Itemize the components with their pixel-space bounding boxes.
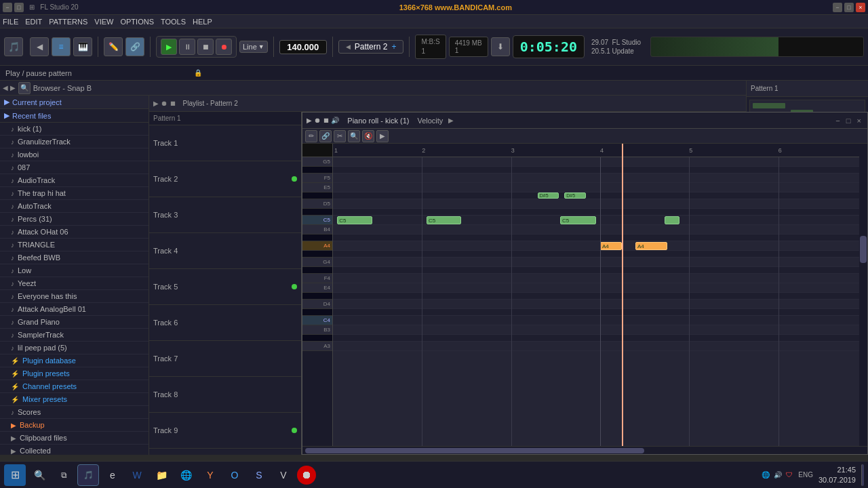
key-c5[interactable]: C5	[302, 216, 332, 225]
pr-controls[interactable]: ▶ ⏺ ⏹ 🔊	[307, 117, 339, 124]
pr-draw[interactable]: ✏	[305, 130, 317, 142]
key-g5[interactable]: G5	[302, 157, 332, 167]
taskbar-app2[interactable]: O	[224, 464, 245, 486]
tool-select[interactable]: 🔗	[125, 37, 144, 56]
record-button[interactable]: ⏺	[216, 39, 232, 55]
playlist-controls[interactable]: ▶ ⏺ ⏹	[153, 100, 176, 107]
menu-view[interactable]: VIEW	[94, 18, 113, 26]
win-maximize[interactable]: □	[844, 3, 854, 12]
taskbar-app1[interactable]: Y	[199, 464, 221, 486]
note-ds5-2[interactable]: D#5	[564, 192, 586, 199]
track-label-1[interactable]: Track 1	[149, 125, 301, 161]
note-c5-1[interactable]: C5	[337, 216, 372, 224]
sidebar-item-low[interactable]: ♪ Low	[0, 264, 149, 277]
sidebar-item-kick[interactable]: ♪ kick (1)	[0, 123, 149, 136]
sidebar-item-087[interactable]: ♪ 087	[0, 161, 149, 174]
sidebar-item-yeezt[interactable]: ♪ Yeezt	[0, 277, 149, 290]
menu-patterns[interactable]: PATTERNS	[49, 18, 87, 26]
search-taskbar[interactable]: 🔍	[28, 464, 50, 486]
pr-scrollbar-v[interactable]	[859, 144, 867, 446]
menu-help[interactable]: HELP	[193, 18, 212, 26]
sidebar-item-sampler[interactable]: ♪ SamplerTrack	[0, 329, 149, 342]
line-dropdown[interactable]: Line ▼	[239, 41, 268, 53]
pr-close[interactable]: ×	[857, 117, 861, 125]
note-c5-3[interactable]: C5	[560, 216, 596, 224]
nav-piano-roll[interactable]: 🎹	[73, 37, 92, 56]
velocity-label[interactable]: Velocity	[417, 117, 443, 125]
key-fs5[interactable]	[302, 167, 332, 174]
nav-back[interactable]: ◀	[30, 37, 49, 56]
key-g4[interactable]: G4	[302, 258, 332, 267]
key-f4[interactable]: F4	[302, 274, 332, 283]
sidebar-scores[interactable]: ♪ Scores	[0, 406, 149, 419]
sidebar-clipboard[interactable]: ▶ Clipboard files	[0, 432, 149, 445]
task-view[interactable]: ⧉	[53, 464, 75, 486]
menu-options[interactable]: OPTIONS	[120, 18, 154, 26]
taskbar-explorer[interactable]: 📁	[151, 464, 172, 486]
maximize-button[interactable]: □	[14, 3, 24, 12]
key-f5[interactable]: F5	[302, 174, 332, 183]
track-label-4[interactable]: Track 4	[149, 233, 301, 269]
key-b3[interactable]: B3	[302, 325, 332, 335]
tool-draw[interactable]: ✏️	[104, 37, 123, 56]
note-a4-1[interactable]: A4	[600, 242, 622, 250]
taskbar-record[interactable]: ⏺	[297, 466, 316, 485]
pr-scrollbar-h[interactable]	[302, 446, 867, 454]
pr-scrollbar-thumb[interactable]	[860, 236, 867, 263]
key-cs4[interactable]	[302, 309, 332, 316]
taskbar-chrome[interactable]: 🌐	[175, 464, 197, 486]
pr-mute[interactable]: 🔇	[362, 130, 374, 142]
track-label-2[interactable]: Track 2	[149, 161, 301, 197]
taskbar-app3[interactable]: S	[248, 464, 270, 486]
browser-snap[interactable]: 🔍	[18, 82, 31, 94]
track-label-6[interactable]: Track 6	[149, 305, 301, 341]
sidebar-current-project[interactable]: ▶ Current project	[0, 96, 149, 109]
key-d5[interactable]: D5	[302, 199, 332, 209]
sidebar-item-attack-analog[interactable]: ♪ Attack AnalogBell 01	[0, 303, 149, 316]
key-ds4[interactable]	[302, 293, 332, 300]
pr-select[interactable]: 🔗	[319, 130, 332, 142]
sidebar-item-percs[interactable]: ♪ Percs (31)	[0, 213, 149, 226]
pr-erase[interactable]: ✂	[334, 130, 346, 142]
key-fs4[interactable]	[302, 267, 332, 274]
key-a3[interactable]: A3	[302, 342, 332, 351]
key-ds5[interactable]	[302, 192, 332, 199]
sidebar-recent-files[interactable]: ▶ Recent files	[0, 109, 149, 123]
sidebar-item-granulizer[interactable]: ♪ GranulizerTrack	[0, 136, 149, 148]
track-label-10[interactable]: Track 10	[149, 449, 301, 455]
pattern-add[interactable]: +	[391, 42, 396, 52]
pr-minimize[interactable]: −	[835, 117, 840, 125]
key-c4[interactable]: C4	[302, 316, 332, 325]
key-as3[interactable]	[302, 335, 332, 342]
sidebar-item-grand-piano[interactable]: ♪ Grand Piano	[0, 316, 149, 329]
sidebar-plugin-presets[interactable]: ⚡ Plugin presets	[0, 367, 149, 380]
key-e5[interactable]: E5	[302, 183, 332, 192]
sidebar-plugin-db[interactable]: ⚡ Plugin database	[0, 354, 149, 367]
nav-playlist[interactable]: ≡	[52, 37, 71, 56]
sidebar-channel-presets[interactable]: ⚡ Channel presets	[0, 380, 149, 393]
sidebar-item-lil-peep[interactable]: ♪ lil peep pad (5)	[0, 342, 149, 354]
track-label-8[interactable]: Track 8	[149, 377, 301, 413]
key-a4[interactable]: A4	[302, 241, 332, 251]
menu-edit[interactable]: EDIT	[25, 18, 42, 26]
sidebar-collected[interactable]: ▶ Collected	[0, 445, 149, 455]
sidebar-item-audiotrack[interactable]: ♪ AudioTrack	[0, 174, 149, 187]
network-icon[interactable]: 🌐	[762, 471, 770, 479]
taskbar-app4[interactable]: V	[273, 464, 294, 486]
note-c5-2[interactable]: C5	[427, 216, 461, 224]
sidebar-backup[interactable]: ▶ Backup	[0, 419, 149, 432]
taskbar-ie[interactable]: e	[102, 464, 123, 486]
note-ds5-1[interactable]: D#5	[538, 192, 559, 199]
piano-grid[interactable]: 1 2 3 4 5 6	[333, 144, 867, 446]
sidebar-item-beefed[interactable]: ♪ Beefed BWB	[0, 251, 149, 264]
track-label-5[interactable]: Track 5	[149, 269, 301, 305]
pattern-selector[interactable]: ◀ Pattern 2 +	[338, 40, 404, 54]
note-c5-4[interactable]	[665, 216, 679, 224]
taskbar-fl[interactable]: 🎵	[77, 464, 99, 486]
antivirus-icon[interactable]: 🛡	[786, 471, 793, 479]
pr-play[interactable]: ▶	[376, 130, 389, 142]
sidebar-item-trap-hat[interactable]: ♪ The trap hi hat	[0, 187, 149, 200]
start-button[interactable]: ⊞	[4, 464, 26, 486]
bpm-display[interactable]: 140.000	[279, 40, 327, 54]
download-button[interactable]: ⬇	[491, 37, 510, 56]
